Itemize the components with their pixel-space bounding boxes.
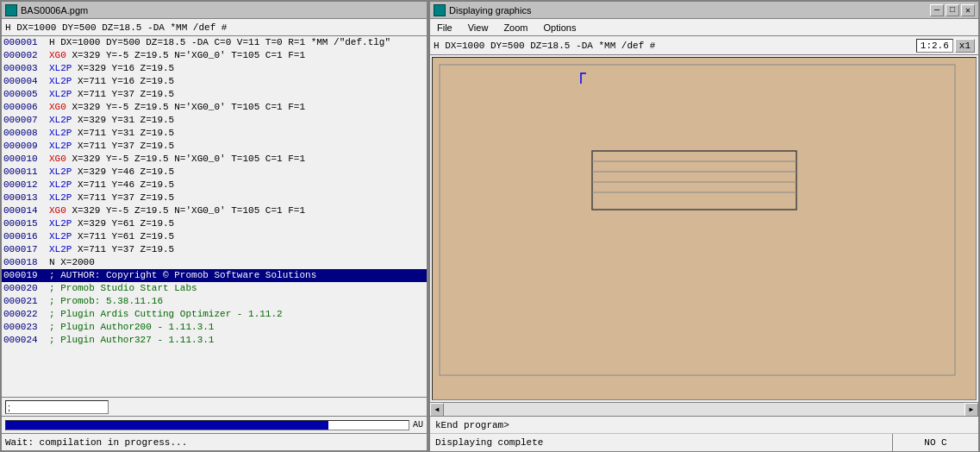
line-content: ; Promob: 5.38.11.16: [49, 295, 427, 308]
command-input[interactable]: [5, 400, 109, 414]
graphics-area[interactable]: [432, 57, 977, 400]
table-row[interactable]: 000001H DX=1000 DY=500 DZ=18.5 -DA C=0 V…: [2, 36, 427, 49]
right-panel: Displaying graphics — □ ✕ FileViewZoomOp…: [428, 0, 980, 452]
line-content: XL2P X=711 Y=61 Z=19.5: [49, 230, 427, 243]
table-row[interactable]: 000011XL2P X=329 Y=46 Z=19.5: [2, 166, 427, 179]
status-bar-left: Wait: compilation in progress...: [2, 433, 427, 450]
line-content: ; AUTHOR: Copyright © Promob Software So…: [49, 269, 427, 282]
table-row[interactable]: 000016XL2P X=711 Y=61 Z=19.5: [2, 230, 427, 243]
keyword-xl2p: XL2P: [49, 63, 72, 73]
table-row[interactable]: 000006XG0 X=329 Y=-5 Z=19.5 N='XG0_0' T=…: [2, 101, 427, 114]
table-row[interactable]: 000020; Promob Studio Start Labs: [2, 282, 427, 295]
comment-text: ; Plugin Author200 - 1.11.3.1: [49, 322, 214, 332]
left-status-text: Wait: compilation in progress...: [5, 437, 187, 448]
table-row[interactable]: 000013XL2P X=711 Y=37 Z=19.5: [2, 191, 427, 204]
table-row[interactable]: 000012XL2P X=711 Y=46 Z=19.5: [2, 179, 427, 191]
scroll-left-button[interactable]: ◀: [430, 403, 444, 417]
menu-item-file[interactable]: File: [434, 22, 456, 34]
line-content: XG0 X=329 Y=-5 Z=19.5 N='XG0_0' T=105 C=…: [49, 204, 427, 217]
keyword-xl2p: XL2P: [49, 89, 72, 99]
left-panel: BAS0006A.pgm H DX=1000 DY=500 DZ=18.5 -D…: [0, 0, 428, 452]
line-content: XL2P X=329 Y=16 Z=19.5: [49, 62, 427, 75]
comment-text: ; Plugin Author327 - 1.11.3.1: [49, 335, 214, 345]
right-coord-bar: H DX=1000 DY=500 DZ=18.5 -DA *MM /def # …: [430, 36, 978, 55]
line-content: XL2P X=329 Y=61 Z=19.5: [49, 217, 427, 230]
keyword-xl2p: XL2P: [49, 128, 72, 138]
svg-rect-1: [592, 151, 796, 210]
table-row[interactable]: 000005XL2P X=711 Y=37 Z=19.5: [2, 88, 427, 101]
right-title-text: Displaying graphics: [449, 5, 531, 16]
comment-text: ; Promob Studio Start Labs: [49, 283, 197, 293]
line-content: XG0 X=329 Y=-5 Z=19.5 N='XG0_0' T=105 C=…: [49, 101, 427, 114]
left-header-bar: H DX=1000 DY=500 DZ=18.5 -DA *MM /def #: [2, 19, 427, 36]
line-number: 000017: [2, 243, 49, 256]
zoom-display: 1:2.6: [916, 39, 953, 53]
table-row[interactable]: 000015XL2P X=329 Y=61 Z=19.5: [2, 217, 427, 230]
line-content: XG0 X=329 Y=-5 Z=19.5 N='XG0_0' T=105 C=…: [49, 49, 427, 62]
keyword-xl2p: XL2P: [49, 179, 72, 190]
table-row[interactable]: 000023; Plugin Author200 - 1.11.3.1: [2, 321, 427, 334]
keyword-xg0: XG0: [49, 154, 66, 164]
table-row[interactable]: 000007XL2P X=329 Y=31 Z=19.5: [2, 114, 427, 127]
keyword-xl2p: XL2P: [49, 192, 72, 203]
scroll-right-button[interactable]: ▶: [964, 403, 978, 417]
table-row[interactable]: 000017XL2P X=711 Y=37 Z=19.5: [2, 243, 427, 256]
line-number: 000002: [2, 49, 49, 62]
comment-text: ; Plugin Ardis Cutting Optimizer - 1.11.…: [49, 309, 283, 319]
progress-track: [5, 420, 409, 430]
line-content: ; Plugin Ardis Cutting Optimizer - 1.11.…: [49, 308, 427, 321]
line-content: ; Plugin Author200 - 1.11.3.1: [49, 321, 427, 334]
status-complete-text: Displaying complete: [430, 437, 892, 448]
line-content: N X=2000: [49, 256, 427, 269]
line-number: 000013: [2, 191, 49, 204]
table-row[interactable]: 000010XG0 X=329 Y=-5 Z=19.5 N='XG0_0' T=…: [2, 153, 427, 166]
zoom-x1-button[interactable]: x1: [955, 39, 975, 53]
progress-fill: [6, 421, 328, 430]
minimize-button[interactable]: —: [930, 4, 944, 16]
table-row[interactable]: 000009XL2P X=711 Y=37 Z=19.5: [2, 140, 427, 153]
table-row[interactable]: 000003XL2P X=329 Y=16 Z=19.5: [2, 62, 427, 75]
menu-item-options[interactable]: Options: [540, 22, 580, 34]
line-number: 000015: [2, 217, 49, 230]
right-title-icon: [434, 4, 446, 16]
line-number: 000024: [2, 334, 49, 347]
line-content: XL2P X=711 Y=31 Z=19.5: [49, 127, 427, 140]
line-number: 000016: [2, 230, 49, 243]
line-content: XL2P X=711 Y=46 Z=19.5: [49, 179, 427, 191]
line-number: 000012: [2, 179, 49, 191]
left-progress-bar: AU: [2, 416, 427, 433]
table-row[interactable]: 000021; Promob: 5.38.11.16: [2, 295, 427, 308]
line-number: 000020: [2, 282, 49, 295]
status-right-panel: NO C: [892, 434, 978, 451]
code-area[interactable]: 000001H DX=1000 DY=500 DZ=18.5 -DA C=0 V…: [2, 36, 427, 397]
scrollbar-track[interactable]: [444, 403, 964, 416]
keyword-xl2p: XL2P: [49, 218, 72, 229]
line-content: XL2P X=711 Y=37 Z=19.5: [49, 88, 427, 101]
table-row[interactable]: 000014XG0 X=329 Y=-5 Z=19.5 N='XG0_0' T=…: [2, 204, 427, 217]
menu-item-zoom[interactable]: Zoom: [500, 22, 531, 34]
close-button[interactable]: ✕: [961, 4, 975, 16]
zoom-controls: 1:2.6 x1: [916, 39, 975, 53]
table-row[interactable]: 000004XL2P X=711 Y=16 Z=19.5: [2, 75, 427, 88]
table-row[interactable]: 000002XG0 X=329 Y=-5 Z=19.5 N='XG0_0' T=…: [2, 49, 427, 62]
line-number: 000022: [2, 308, 49, 321]
table-row[interactable]: 000008XL2P X=711 Y=31 Z=19.5: [2, 127, 427, 140]
horizontal-scrollbar[interactable]: ◀ ▶: [430, 402, 978, 416]
coord-text: H DX=1000 DY=500 DZ=18.5 -DA *MM /def #: [434, 41, 655, 51]
table-row[interactable]: 000022; Plugin Ardis Cutting Optimizer -…: [2, 308, 427, 321]
line-content: ; Promob Studio Start Labs: [49, 282, 427, 295]
line-number: 000018: [2, 256, 49, 269]
table-row[interactable]: 000018N X=2000: [2, 256, 427, 269]
table-row[interactable]: 000024; Plugin Author327 - 1.11.3.1: [2, 334, 427, 347]
status-line1-text: kEnd program>: [435, 420, 509, 430]
window-controls: — □ ✕: [930, 4, 975, 16]
keyword-xg0: XG0: [49, 205, 66, 216]
au-label: AU: [413, 420, 423, 430]
maximize-button[interactable]: □: [946, 4, 959, 16]
line-number: 000005: [2, 88, 49, 101]
table-row[interactable]: 000019; AUTHOR: Copyright © Promob Softw…: [2, 269, 427, 282]
menu-item-view[interactable]: View: [465, 22, 492, 34]
line-number: 000006: [2, 101, 49, 114]
line-number: 000023: [2, 321, 49, 334]
line-number: 000008: [2, 127, 49, 140]
